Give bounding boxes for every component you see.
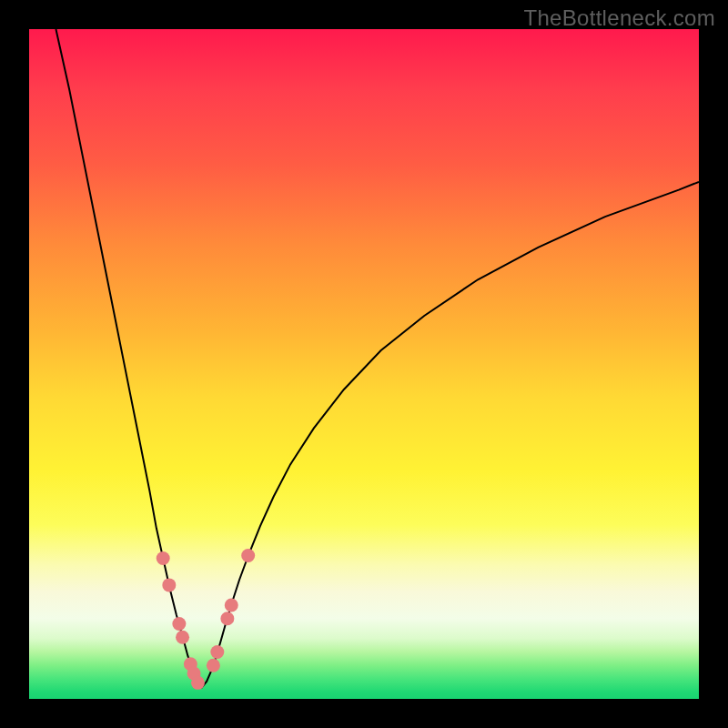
- watermark-text: TheBottleneck.com: [523, 5, 715, 31]
- data-marker-dot: [191, 676, 205, 690]
- data-marker-dot: [241, 549, 255, 562]
- data-marker-dot: [157, 551, 170, 565]
- data-marker-dot: [162, 578, 176, 592]
- data-marker-dot: [184, 657, 197, 671]
- data-marker-dot: [176, 631, 189, 644]
- chart-frame: TheBottleneck.com: [0, 0, 728, 728]
- marker-group: [157, 525, 255, 690]
- data-marker-pill: [199, 672, 211, 686]
- data-marker-pill: [171, 594, 177, 617]
- curve-right-branch: [201, 182, 699, 688]
- curve-layer: [29, 29, 699, 699]
- data-marker-dot: [220, 612, 234, 625]
- curve-left-branch: [56, 29, 201, 688]
- data-marker-dot: [207, 659, 220, 672]
- data-marker-dot: [225, 598, 238, 612]
- plot-area: [29, 29, 699, 699]
- data-marker-dot: [210, 645, 224, 659]
- data-marker-pill: [185, 643, 188, 658]
- data-marker-pill: [233, 563, 245, 598]
- data-marker-dot: [172, 617, 186, 631]
- data-marker-pill: [157, 525, 167, 575]
- data-marker-dot: [187, 667, 201, 681]
- data-marker-pill: [219, 625, 226, 645]
